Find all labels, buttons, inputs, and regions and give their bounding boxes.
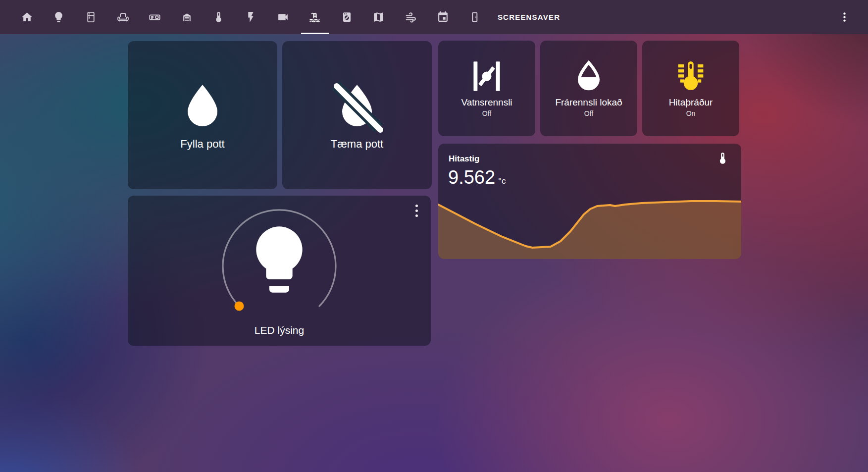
water-off-icon xyxy=(327,77,387,136)
pipe-valve-icon xyxy=(468,57,506,95)
led-light-label: LED lýsing xyxy=(128,324,431,337)
thermometer-icon xyxy=(212,11,225,23)
washing-machine-icon xyxy=(341,11,353,23)
dashboard-root: { "app_bar": { "title": "SCREENSAVER", "… xyxy=(0,0,868,472)
app-bar: SCREENSAVER xyxy=(0,0,868,34)
heating-element-label: Hitaþráður xyxy=(642,97,739,108)
drainage-label: Frárennsli lokað xyxy=(540,97,637,108)
tab-climate[interactable] xyxy=(203,0,235,34)
thermometer-icon xyxy=(716,152,729,165)
tab-livingroom[interactable] xyxy=(107,0,139,34)
tab-laundry[interactable] xyxy=(331,0,363,34)
sensor-title: Hitastig xyxy=(449,154,479,164)
water-half-icon xyxy=(570,57,608,95)
sensor-value: 9.562°c xyxy=(448,166,506,192)
home-icon xyxy=(21,11,33,23)
tab-kitchen[interactable] xyxy=(75,0,107,34)
brightness-slider-handle[interactable] xyxy=(235,302,244,311)
tab-cameras[interactable] xyxy=(267,0,299,34)
garage-icon xyxy=(181,11,193,23)
tab-home[interactable] xyxy=(11,0,43,34)
screensaver-tab[interactable]: SCREENSAVER xyxy=(498,13,560,21)
projector-icon xyxy=(149,11,161,23)
tab-energy[interactable] xyxy=(235,0,267,34)
tab-garage[interactable] xyxy=(171,0,203,34)
tab-ventilation[interactable] xyxy=(395,0,427,34)
tab-lights[interactable] xyxy=(43,0,75,34)
led-card-menu[interactable] xyxy=(413,203,420,219)
app-bar-overflow-menu[interactable] xyxy=(835,0,853,34)
map-icon xyxy=(372,11,385,23)
door-icon xyxy=(468,11,481,23)
water-drop-icon xyxy=(173,77,232,136)
drainage-state: Off xyxy=(540,109,637,118)
tab-pool[interactable] xyxy=(299,0,331,34)
pool-icon xyxy=(308,11,321,23)
wind-icon xyxy=(405,11,417,23)
drain-pot-button-card[interactable]: Tæma pott xyxy=(282,41,432,189)
temperature-area xyxy=(438,201,741,259)
water-flow-state: Off xyxy=(438,109,535,118)
tab-doors[interactable] xyxy=(459,0,491,34)
thermometer-heat-icon xyxy=(672,57,710,95)
fill-pot-button-card[interactable]: Fylla pott xyxy=(128,41,277,189)
fridge-icon xyxy=(85,11,97,23)
temperature-sensor-card[interactable]: Hitastig 9.562°c xyxy=(438,144,741,259)
dots-vertical-icon xyxy=(415,205,418,207)
calendar-icon xyxy=(437,11,449,23)
water-flow-label: Vatnsrennsli xyxy=(438,97,535,108)
led-light-card[interactable]: LED lýsing xyxy=(128,196,431,346)
video-camera-icon xyxy=(277,11,289,23)
lightbulb-icon xyxy=(52,11,65,23)
drain-pot-label: Tæma pott xyxy=(282,138,432,151)
drainage-switch-card[interactable]: Frárennsli lokað Off xyxy=(540,41,637,136)
sofa-icon xyxy=(117,11,129,23)
heating-element-switch-card[interactable]: Hitaþráður On xyxy=(642,41,739,136)
dots-vertical-icon xyxy=(838,11,851,23)
tab-map[interactable] xyxy=(363,0,395,34)
flash-icon xyxy=(245,11,257,23)
tab-projector[interactable] xyxy=(139,0,171,34)
sensor-unit: °c xyxy=(498,176,506,186)
heating-element-state: On xyxy=(642,109,739,118)
tab-calendar[interactable] xyxy=(427,0,459,34)
lightbulb-icon[interactable] xyxy=(240,220,319,299)
fill-pot-label: Fylla pott xyxy=(128,138,277,151)
temperature-line xyxy=(438,201,741,248)
water-flow-switch-card[interactable]: Vatnsrennsli Off xyxy=(438,41,535,136)
temperature-chart xyxy=(438,144,741,259)
